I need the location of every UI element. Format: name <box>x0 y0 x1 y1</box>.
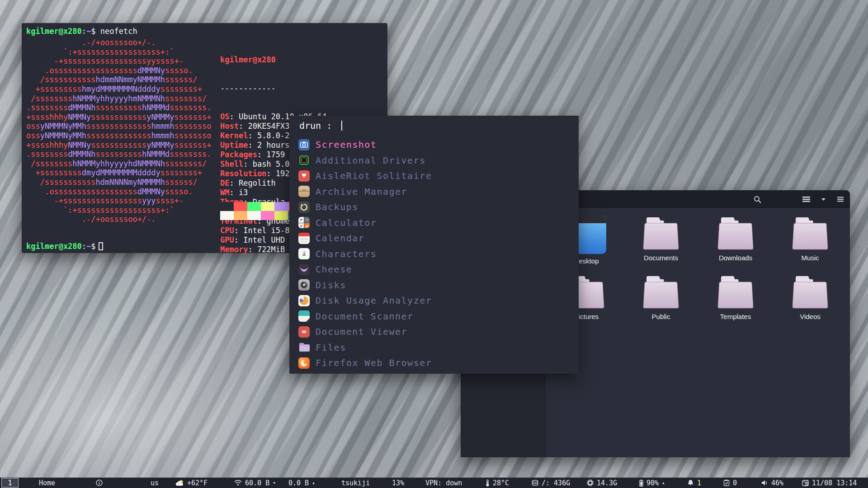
launcher-item-firefox-web-browser[interactable]: Firefox Web Browser <box>298 357 575 369</box>
launcher-item-backups[interactable]: Backups <box>298 201 575 213</box>
workspace-button[interactable]: 1 <box>1 478 19 488</box>
terminal-cursor <box>99 242 103 250</box>
status-block-weather[interactable]: +62°F <box>175 478 208 488</box>
caret-up-icon: ▴ <box>662 480 665 486</box>
calendar-icon <box>298 233 310 244</box>
status-block-disk-free[interactable]: /: 436G <box>532 478 570 488</box>
status-block-clock[interactable]: 11/08 13:14 <box>802 478 857 488</box>
status-block-text: us <box>151 479 159 487</box>
status-block-net-up[interactable]: 0.0 B▴ <box>288 478 315 488</box>
status-block-vpn-status[interactable]: VPN: down <box>425 478 462 488</box>
folder-label: Templates <box>720 313 751 320</box>
launcher-cursor <box>341 121 342 131</box>
launcher-item-label: Files <box>316 342 346 353</box>
palette-swatch <box>234 211 247 220</box>
status-block-temperature[interactable]: 28°C <box>486 478 509 488</box>
folder-label: Videos <box>800 313 821 320</box>
clipboard-icon <box>723 479 730 486</box>
status-block-text: 0 <box>733 479 737 487</box>
folder-label: Documents <box>644 254 678 262</box>
launcher-item-label: Screenshot <box>316 139 377 150</box>
launcher-item-disks[interactable]: Disks <box>298 279 575 291</box>
folder-templates[interactable]: Templates <box>706 274 765 320</box>
status-block-wifi-ssid[interactable]: tsukiji <box>341 478 370 488</box>
view-toggle-button[interactable] <box>801 194 811 205</box>
caret-up-icon: ▴ <box>312 480 315 486</box>
launcher-item-aisleriot-solitaire[interactable]: ♥AisleRiot Solitaire <box>298 170 575 182</box>
status-block-volume[interactable]: 46% <box>761 478 783 488</box>
status-block-text: Home <box>39 479 55 487</box>
disks-icon <box>298 279 310 291</box>
launcher-item-cheese[interactable]: Cheese <box>298 263 575 275</box>
status-block-keyboard-layout[interactable]: us <box>151 478 159 488</box>
launcher-item-characters[interactable]: áCharacters <box>298 248 575 260</box>
palette-swatch <box>247 202 261 211</box>
status-block-text: 14.3G <box>597 479 617 487</box>
status-block-notification-count[interactable]: 1 <box>687 478 701 488</box>
folder-label: Downloads <box>719 254 752 262</box>
status-bar: 1 Homeus+62°F60.0 B▾0.0 B▴tsukiji13%VPN:… <box>0 478 868 488</box>
launcher-item-label: Archive Manager <box>316 186 407 197</box>
launcher-item-label: Disks <box>316 280 346 291</box>
status-block-text: 28°C <box>493 479 509 487</box>
status-block-text: /: 436G <box>542 479 570 487</box>
search-button[interactable] <box>752 194 763 205</box>
palette-swatch <box>274 202 288 211</box>
disk-usage-icon <box>298 295 310 306</box>
status-block-battery[interactable]: 90%▴ <box>639 478 665 488</box>
folder-icon <box>717 274 755 310</box>
scanner-icon <box>298 310 310 322</box>
launcher-item-label: Backups <box>316 202 359 212</box>
folder-icon <box>642 216 680 251</box>
app-launcher[interactable]: drun : ScreenshotAdditional Drivers♥Aisl… <box>289 116 579 374</box>
status-block-text: 11/08 13:14 <box>812 479 857 487</box>
wifi-icon <box>234 480 242 486</box>
archive-icon <box>298 186 310 197</box>
launcher-prompt[interactable]: drun : <box>299 120 342 131</box>
folder-documents[interactable]: Documents <box>631 216 691 262</box>
files-icon <box>298 342 310 353</box>
status-block-cpu-usage[interactable]: 13% <box>392 478 404 488</box>
status-block-text: 60.0 B <box>245 479 269 487</box>
launcher-item-document-scanner[interactable]: Document Scanner <box>298 310 575 322</box>
status-block-memory-free[interactable]: 14.3G <box>587 478 617 488</box>
status-block-clipboard-count[interactable]: 0 <box>723 478 737 488</box>
terminal-bottom-prompt[interactable]: kgilmer@x280:~$ <box>26 242 103 251</box>
battery-icon <box>639 479 643 487</box>
folder-videos[interactable]: Videos <box>780 274 840 320</box>
status-block-window-title[interactable]: Home <box>39 478 55 488</box>
folder-label: Public <box>652 313 670 320</box>
firefox-icon <box>298 357 310 369</box>
launcher-item-disk-usage-analyzer[interactable]: Disk Usage Analyzer <box>298 295 575 306</box>
launcher-item-files[interactable]: Files <box>298 342 575 353</box>
thermometer-icon <box>486 479 490 487</box>
status-block-net-down[interactable]: 60.0 B▾ <box>234 478 276 488</box>
menu-icon <box>837 197 844 202</box>
status-block-notifications-indicator[interactable] <box>96 478 103 488</box>
launcher-item-additional-drivers[interactable]: Additional Drivers <box>298 155 575 166</box>
screenshot-icon <box>298 139 310 150</box>
launcher-item-calendar[interactable]: Calendar <box>298 232 575 244</box>
folder-music[interactable]: Music <box>780 216 840 262</box>
launcher-item-label: Document Viewer <box>316 326 407 337</box>
launcher-item-document-viewer[interactable]: ∞Document Viewer <box>298 326 575 338</box>
ascii-art: .-/+oossssoo+/-. `:+ssssssssssssssssss+:… <box>26 38 211 224</box>
status-block-text: +62°F <box>187 479 208 487</box>
hamburger-menu-button[interactable] <box>835 194 846 205</box>
view-options-button[interactable] <box>818 194 829 205</box>
folder-icon <box>791 216 829 251</box>
launcher-item-archive-manager[interactable]: Archive Manager <box>298 186 575 197</box>
bell-icon <box>687 479 694 486</box>
status-block-text: tsukiji <box>341 479 370 487</box>
speaker-icon <box>761 480 768 486</box>
launcher-item-label: Firefox Web Browser <box>316 357 432 368</box>
launcher-item-calculator[interactable]: +−×=Calculator <box>298 217 575 229</box>
terminal-prompt-line: kgilmer@x280:~$ neofetch <box>26 27 137 36</box>
launcher-item-label: Cheese <box>316 264 352 275</box>
folder-public[interactable]: Public <box>631 274 691 320</box>
command-text: neofetch <box>100 27 137 36</box>
calculator-icon: +−×= <box>298 217 310 228</box>
folder-downloads[interactable]: Downloads <box>706 216 765 262</box>
launcher-item-label: AisleRiot Solitaire <box>316 170 432 181</box>
launcher-item-screenshot[interactable]: Screenshot <box>298 139 575 150</box>
